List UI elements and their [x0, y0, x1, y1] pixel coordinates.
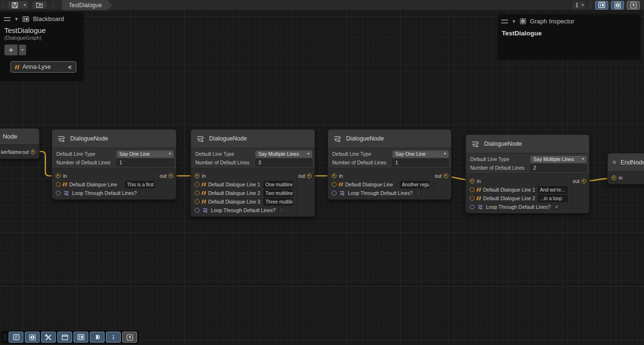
node-title: DialogueNode [209, 135, 247, 142]
dialogue-line-port[interactable] [195, 199, 200, 204]
panel-title: Graph Inspector [530, 18, 574, 25]
line-type-dropdown[interactable]: Say Multiple Lines ▾ [255, 151, 312, 158]
add-property-button[interactable]: + [4, 44, 18, 55]
out-port[interactable] [307, 173, 312, 178]
num-lines-field[interactable]: 3 [255, 159, 312, 166]
node-header[interactable]: Node [0, 129, 39, 145]
loop-checkbox[interactable]: ✓ [554, 204, 560, 210]
line-type-dropdown[interactable]: Say One Line ▾ [392, 151, 449, 158]
toolbar-drag-handle[interactable] [2, 2, 5, 9]
add-property-caret-button[interactable]: ▾ [19, 44, 26, 55]
partial-start-node[interactable]: Node kerName out [0, 128, 40, 159]
collapse-caret-icon[interactable]: ▼ [14, 17, 19, 22]
loop-icon [202, 208, 209, 213]
collapse-caret-icon[interactable]: ▼ [512, 19, 516, 24]
dialogue-line-port[interactable] [470, 196, 475, 201]
blackboard-header[interactable]: ▼ Blackboard [0, 12, 84, 24]
loop-port[interactable] [56, 191, 61, 195]
quote-icon [477, 196, 481, 200]
dialogue-line-field[interactable]: One multiline [264, 181, 293, 188]
num-lines-field[interactable]: 1 [392, 159, 449, 166]
in-port[interactable] [612, 175, 616, 180]
dialogue-line-port[interactable] [195, 182, 200, 187]
dialogue-line-port[interactable] [470, 187, 475, 192]
save-button[interactable] [8, 1, 22, 9]
preview-toggle-button[interactable] [90, 332, 105, 343]
quote-icon [477, 188, 481, 192]
out-port[interactable] [443, 173, 448, 178]
save-options-button[interactable]: ▾ [22, 1, 28, 9]
line-type-dropdown[interactable]: Say Multiple Lines ▾ [530, 156, 587, 163]
blackboard-toggle-button[interactable] [595, 1, 608, 10]
dialogue-line-port[interactable] [56, 182, 61, 187]
loop-port[interactable] [470, 205, 475, 209]
graph-inspector-panel[interactable]: ▼ Graph Inspector TestDialogue [497, 14, 641, 60]
drag-grip-icon[interactable] [501, 20, 508, 23]
drag-grip-icon[interactable] [4, 17, 11, 21]
num-lines-field[interactable]: 2 [530, 164, 587, 172]
dialogue-line-field[interactable]: Two multiline [264, 190, 293, 197]
loop-label: Loop Through Default Lines? [348, 190, 412, 196]
loop-checkbox[interactable] [140, 190, 146, 196]
loop-port[interactable] [195, 208, 200, 213]
graph-inspector-header[interactable]: ▼ Graph Inspector [497, 14, 641, 27]
out-port[interactable] [581, 179, 586, 183]
loop-checkbox[interactable] [416, 190, 422, 196]
dialogue-line-port[interactable] [195, 191, 200, 195]
inspector-button[interactable] [25, 332, 40, 343]
num-lines-label: Number of Default Lines [470, 165, 530, 171]
sprite-toggle-button[interactable] [627, 1, 640, 10]
in-port-label: in [477, 178, 481, 184]
node-header[interactable]: EndNode [608, 153, 644, 172]
window-button[interactable] [57, 332, 72, 343]
num-lines-field[interactable]: 1 [116, 159, 174, 166]
dialogue-line-field[interactable]: This is a first [125, 181, 155, 188]
out-port[interactable] [169, 173, 173, 178]
dialogue-line-field[interactable]: Another regu [400, 181, 430, 188]
tab-label: TestDialogue [69, 2, 102, 9]
in-port[interactable] [332, 173, 337, 178]
blackboard-panel[interactable]: ▼ Blackboard TestDialogue (DialogueGraph… [0, 12, 84, 81]
node-header[interactable]: DialogueNode [191, 129, 315, 148]
loop-port[interactable] [332, 191, 337, 195]
inspector-toggle-button[interactable] [611, 1, 624, 10]
line-type-label: Default Line Type [332, 151, 392, 157]
loop-checkbox[interactable] [279, 207, 285, 213]
tab-testdialogue[interactable]: TestDialogue [62, 0, 112, 11]
dialogue-line-label: Default Dialogue Line 2 [208, 190, 260, 196]
tools-button[interactable] [41, 332, 56, 343]
out-port[interactable] [31, 150, 35, 154]
graph-canvas[interactable]: ▾ TestDialogue ⋮ ▾ [0, 0, 644, 345]
graph-options-button[interactable]: ⋮ ▾ [572, 1, 585, 10]
out-port-label: out [572, 178, 580, 184]
blackboard-property-anna-lyse[interactable]: Anna-Lyse < [11, 61, 76, 73]
line-type-dropdown[interactable]: Say One Line ▾ [116, 151, 174, 158]
in-port[interactable] [470, 179, 475, 183]
dialogue-node-1[interactable]: DialogueNode Default Line Type Say One L… [52, 129, 177, 200]
node-title: DialogueNode [346, 135, 384, 142]
inspector-graph-name: TestDialogue [497, 27, 641, 40]
dialogue-line-field[interactable]: ...in a loop [538, 195, 568, 202]
dialogue-line-port[interactable] [332, 182, 337, 187]
dialogue-line-field[interactable]: Three multilin [264, 198, 293, 205]
toolbar-separator [52, 2, 54, 9]
in-port[interactable] [195, 173, 200, 178]
caret-down-icon: ▾ [444, 152, 446, 156]
in-port[interactable] [56, 173, 61, 178]
end-node[interactable]: EndNode in [607, 153, 644, 184]
node-header[interactable]: DialogueNode [52, 129, 176, 148]
dialogue-node-3[interactable]: DialogueNode Default Line Type Say One L… [327, 129, 452, 200]
console-button[interactable] [9, 332, 23, 343]
dialogue-node-4[interactable]: DialogueNode Default Line Type Say Multi… [465, 134, 590, 214]
blackboard-button[interactable] [74, 332, 88, 343]
dialogue-line-field[interactable]: And we're... [538, 186, 568, 194]
open-graph-button[interactable] [32, 1, 47, 9]
node-header[interactable]: DialogueNode [328, 129, 451, 148]
more-options-button[interactable]: ⋮ [106, 332, 121, 343]
sprite-editor-button[interactable] [122, 332, 137, 343]
chevron-left-icon[interactable]: < [68, 64, 72, 71]
dialogue-node-2[interactable]: DialogueNode Default Line Type Say Multi… [190, 129, 315, 217]
toolbar-drag-handle[interactable] [4, 334, 6, 341]
node-header[interactable]: DialogueNode [466, 135, 589, 153]
node-title: Node [3, 133, 17, 140]
